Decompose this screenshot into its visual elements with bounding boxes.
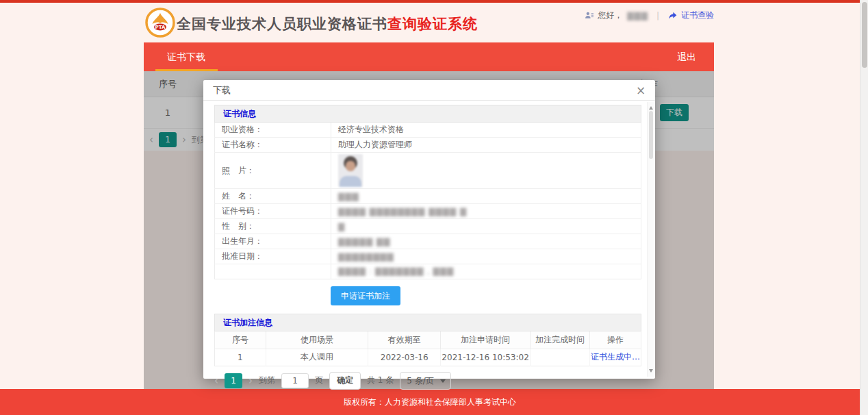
field-value: 经济专业技术资格: [331, 123, 641, 138]
field-label: 出生年月：: [215, 234, 331, 249]
annot-col-header: 有效期至: [368, 331, 441, 349]
table-row: 职业资格： 经济专业技术资格: [215, 123, 641, 138]
prev-page-arrow[interactable]: ‹: [214, 375, 218, 387]
cert-info-section-heading: 证书信息: [214, 105, 641, 123]
goto-page-input[interactable]: [281, 373, 309, 388]
goto-page-label: 到第: [259, 375, 275, 386]
browser-scrollbar-thumb[interactable]: [862, 2, 867, 68]
page-title: 全国专业技术人员职业资格证书查询验证系统: [177, 14, 478, 34]
field-value-redacted: ▇▇▇▇：▇▇▇▇▇▇▇，▇▇▇: [331, 264, 641, 279]
table-row: 证书名称： 助理人力资源管理师: [215, 138, 641, 153]
annotation-section-heading: 证书加注信息: [214, 314, 641, 331]
total-count-label: 共 1 条: [367, 375, 394, 386]
field-value: 助理人力资源管理师: [331, 138, 641, 153]
table-row: 出生年月： ▇▇▇▇▇ ▇▇: [215, 234, 641, 249]
field-label: 职业资格：: [215, 123, 331, 138]
page-footer: 版权所有：人力资源和社会保障部人事考试中心: [0, 389, 860, 415]
field-label: 性 别：: [215, 219, 331, 234]
main-nav: 证书下载 退出: [144, 42, 714, 71]
annot-cell-finish-time: [531, 349, 590, 366]
page-size-value: 5 条/页: [407, 376, 434, 386]
scroll-down-arrow-icon[interactable]: [649, 369, 653, 375]
download-modal: 下载 × 证书信息 职业资格： 经济专业技术资格 证书名称： 助理人力资源管理师…: [203, 80, 655, 379]
table-row: 性 别： ▇: [215, 219, 641, 234]
user-block: 您好， ▇▇▇ | 证书查验: [585, 10, 714, 21]
field-value-redacted: ▇▇▇▇▇ ▇▇: [331, 234, 641, 249]
modal-scrollbar[interactable]: [647, 102, 654, 377]
portrait-photo: [338, 154, 363, 187]
table-row: 批准日期： ▇▇▇▇▇▇▇▇: [215, 249, 641, 264]
cert-verify-link[interactable]: 证书查验: [681, 10, 714, 21]
page-title-main: 全国专业技术人员职业资格证书: [177, 16, 387, 32]
share-arrow-icon: [667, 11, 678, 21]
page-title-accent: 查询验证系统: [387, 16, 478, 32]
modal-pagination: ‹ 1 › 到第 页 确定 共 1 条 5 条/页: [214, 372, 641, 390]
photo-shirt: [340, 176, 361, 187]
field-label: 证书名称：: [215, 138, 331, 153]
svg-text:PTA: PTA: [155, 25, 166, 30]
annot-col-header: 加注申请时间: [441, 331, 531, 349]
field-value-redacted: ▇▇▇: [331, 189, 641, 204]
annot-col-header: 使用场景: [266, 331, 368, 349]
copyright-text: 版权所有：人力资源和社会保障部人事考试中心: [344, 397, 516, 408]
table-row: 照 片：: [215, 153, 641, 189]
user-icon: [585, 11, 594, 20]
apply-annotation-button[interactable]: 申请证书加注: [331, 286, 400, 305]
field-label: 证件号码：: [215, 204, 331, 219]
annot-col-header: 操作: [590, 331, 641, 349]
annotation-data-row: 1 本人调用 2022-03-16 2021-12-16 10:53:02 证书…: [215, 349, 641, 366]
apply-button-row: 申请证书加注: [331, 286, 641, 305]
current-page-button[interactable]: 1: [225, 373, 242, 388]
modal-body: 证书信息 职业资格： 经济专业技术资格 证书名称： 助理人力资源管理师 照 片：: [203, 101, 655, 390]
table-row: 姓 名： ▇▇▇: [215, 189, 641, 204]
header-divider: |: [656, 11, 659, 21]
scrollbar-thumb[interactable]: [649, 111, 653, 159]
page-unit-label: 页: [315, 375, 323, 386]
annotation-table: 序号 使用场景 有效期至 加注申请时间 加注完成时间 操作 1 本人调用 202…: [214, 331, 641, 366]
modal-title-bar: 下载 ×: [203, 80, 655, 101]
username-redacted: ▇▇▇: [627, 11, 648, 21]
annot-cell-seq: 1: [215, 349, 266, 366]
greeting-text: 您好，: [598, 10, 622, 21]
scroll-up-arrow-icon[interactable]: [649, 104, 653, 110]
cert-generating-link[interactable]: 证书生成中…: [591, 352, 640, 362]
browser-scrollbar[interactable]: [860, 0, 868, 415]
field-value-redacted: ▇▇▇▇▇▇▇▇: [331, 249, 641, 264]
logout-button[interactable]: 退出: [677, 42, 696, 71]
annot-cell-apply-time: 2021-12-16 10:53:02: [441, 349, 531, 366]
confirm-page-button[interactable]: 确定: [329, 372, 361, 390]
table-row: ▇▇▇▇：▇▇▇▇▇▇▇，▇▇▇: [215, 264, 641, 279]
nav-item-cert-download[interactable]: 证书下载: [167, 42, 205, 71]
annotation-header-row: 序号 使用场景 有效期至 加注申请时间 加注完成时间 操作: [215, 331, 641, 349]
field-label: 照 片：: [215, 153, 331, 189]
next-page-arrow[interactable]: ›: [248, 375, 253, 387]
app-header: PTA 全国专业技术人员职业资格证书查询验证系统 您好， ▇▇▇ | 证书查验: [144, 3, 714, 42]
modal-title: 下载: [213, 85, 231, 95]
field-value-redacted: ▇: [331, 219, 641, 234]
annot-cell-valid-until: 2022-03-16: [368, 349, 441, 366]
photo-face: [346, 161, 355, 171]
annot-col-header: 序号: [215, 331, 266, 349]
table-row: 证件号码： ▇▇▇▇ ▇▇▇▇▇▇▇▇ ▇▇▇▇ ▇: [215, 204, 641, 219]
field-label: 批准日期：: [215, 249, 331, 264]
close-icon[interactable]: ×: [633, 81, 648, 99]
annot-col-header: 加注完成时间: [531, 331, 590, 349]
cert-info-table: 职业资格： 经济专业技术资格 证书名称： 助理人力资源管理师 照 片：: [214, 123, 641, 279]
field-label: 姓 名：: [215, 189, 331, 204]
chevron-down-icon: [440, 379, 446, 386]
page: PTA 全国专业技术人员职业资格证书查询验证系统 您好， ▇▇▇ | 证书查验 …: [0, 0, 868, 415]
pta-logo-icon: PTA: [145, 8, 175, 38]
annot-cell-scene: 本人调用: [266, 349, 368, 366]
field-value-redacted: ▇▇▇▇ ▇▇▇▇▇▇▇▇ ▇▇▇▇ ▇: [331, 204, 641, 219]
photo-cell: [331, 153, 641, 189]
page-size-select[interactable]: 5 条/页: [400, 372, 451, 390]
pta-logo: PTA: [145, 8, 175, 38]
field-label: [215, 264, 331, 279]
